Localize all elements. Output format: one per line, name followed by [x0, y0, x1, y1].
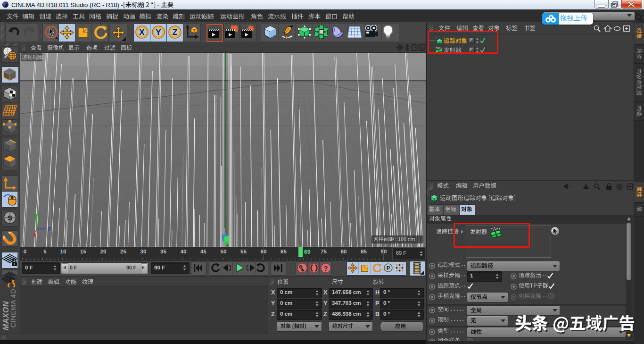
svg-text:Z: Z: [173, 28, 177, 37]
svg-text:Y: Y: [156, 28, 161, 37]
svg-text:S: S: [8, 214, 12, 222]
svg-text:P: P: [387, 265, 390, 271]
svg-text:Z: Z: [48, 227, 51, 232]
svg-text:X: X: [33, 233, 37, 238]
svg-text:?: ?: [324, 265, 328, 272]
svg-text:X: X: [139, 28, 145, 37]
